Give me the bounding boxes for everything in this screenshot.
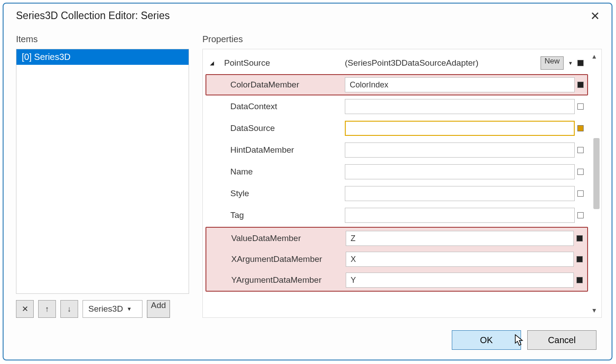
property-marker-icon[interactable] — [577, 212, 584, 218]
property-label: YArgumentDataMember — [222, 275, 341, 285]
property-input[interactable]: Y — [346, 273, 574, 288]
property-label: DataContext — [221, 102, 340, 111]
dialog-title: Series3D Collection Editor: Series — [16, 10, 170, 22]
remove-item-button[interactable]: ✕ — [16, 300, 34, 318]
property-label: PointSource — [221, 58, 340, 68]
item-type-label: Series3D — [88, 304, 123, 314]
property-label: XArgumentDataMember — [222, 254, 341, 264]
arrow-down-icon: ↓ — [67, 305, 71, 314]
ok-button[interactable]: OK — [452, 330, 521, 350]
titlebar: Series3D Collection Editor: Series ✕ — [4, 4, 612, 24]
move-down-button[interactable]: ↓ — [60, 300, 78, 318]
property-input[interactable] — [345, 99, 575, 114]
property-label: DataSource — [221, 123, 340, 133]
property-value: (SeriesPoint3DDataSourceAdapter) — [345, 58, 538, 68]
property-row-style: Style — [205, 183, 588, 204]
list-item[interactable]: [0] Series3D — [16, 49, 189, 65]
property-row-datasource: DataSource — [205, 118, 588, 139]
close-icon[interactable]: ✕ — [588, 10, 602, 22]
property-row-tag: Tag — [205, 205, 588, 226]
cancel-button[interactable]: Cancel — [527, 330, 596, 350]
move-up-button[interactable]: ↑ — [38, 300, 56, 318]
dialog-footer: OK Cancel — [4, 322, 612, 360]
properties-heading: Properties — [202, 34, 602, 44]
items-pane: Items [0] Series3D ✕ ↑ ↓ Series3D ▼ Add — [16, 34, 189, 318]
chevron-down-icon: ▼ — [126, 306, 132, 312]
items-toolbar: ✕ ↑ ↓ Series3D ▼ Add — [16, 300, 189, 318]
property-input[interactable]: X — [346, 252, 574, 267]
property-label: ColorDataMember — [221, 80, 340, 90]
property-row-name: Name — [205, 161, 588, 182]
scroll-down-icon[interactable]: ▼ — [590, 307, 599, 314]
x-icon: ✕ — [22, 304, 28, 314]
property-input[interactable] — [345, 186, 575, 201]
property-row-xargumentdatamember: XArgumentDataMember X — [206, 249, 587, 269]
property-marker-icon[interactable] — [577, 235, 583, 241]
property-input[interactable] — [345, 121, 575, 136]
add-item-button[interactable]: Add — [147, 300, 170, 318]
property-marker-icon[interactable] — [577, 190, 584, 197]
property-row-colordatamember: ColorDataMember ColorIndex — [205, 74, 588, 95]
items-heading: Items — [16, 34, 189, 44]
items-list[interactable]: [0] Series3D — [16, 49, 189, 294]
property-input[interactable]: ColorIndex — [345, 77, 575, 92]
collapse-icon[interactable]: ◢ — [210, 60, 217, 66]
scroll-up-icon[interactable]: ▲ — [590, 53, 599, 60]
property-marker-icon[interactable] — [577, 277, 583, 283]
property-label: Name — [221, 167, 340, 177]
arrow-up-icon: ↑ — [45, 305, 49, 314]
property-input[interactable]: Z — [346, 231, 574, 246]
property-label: Style — [221, 189, 340, 198]
property-row-hintdatamember: HintDataMember — [205, 139, 588, 161]
property-marker-icon[interactable] — [577, 169, 584, 175]
properties-pane: Properties ◢ PointSource (SeriesPoint3DD… — [202, 34, 602, 318]
property-marker-icon[interactable] — [577, 125, 584, 131]
item-type-dropdown[interactable]: Series3D ▼ — [83, 300, 142, 318]
property-input[interactable] — [345, 164, 575, 179]
property-label: HintDataMember — [221, 145, 340, 155]
property-marker-icon[interactable] — [577, 256, 583, 262]
property-marker-icon[interactable] — [577, 103, 584, 110]
property-marker-icon[interactable] — [577, 82, 584, 88]
property-row-pointsource: ◢ PointSource (SeriesPoint3DDataSourceAd… — [205, 52, 588, 74]
dialog-body: Items [0] Series3D ✕ ↑ ↓ Series3D ▼ Add … — [4, 24, 612, 322]
property-label: ValueDataMember — [222, 233, 341, 243]
property-marker-icon[interactable] — [577, 60, 584, 66]
new-button[interactable]: New — [541, 56, 564, 70]
property-input[interactable] — [345, 142, 575, 158]
property-input[interactable] — [345, 208, 575, 223]
properties-grid: ◢ PointSource (SeriesPoint3DDataSourceAd… — [202, 49, 602, 318]
chevron-down-icon[interactable]: ▼ — [566, 60, 575, 66]
property-group-highlighted: ValueDataMember Z XArgumentDataMember X — [205, 227, 588, 292]
collection-editor-dialog: Series3D Collection Editor: Series ✕ Ite… — [3, 3, 612, 360]
property-row-datacontext: DataContext — [205, 96, 588, 117]
property-label: Tag — [221, 210, 340, 220]
property-row-valuedatamember: ValueDataMember Z — [206, 228, 587, 249]
property-marker-icon[interactable] — [577, 147, 584, 153]
property-row-yargumentdatamember: YArgumentDataMember Y — [206, 270, 587, 290]
scrollbar-thumb[interactable] — [593, 138, 600, 209]
